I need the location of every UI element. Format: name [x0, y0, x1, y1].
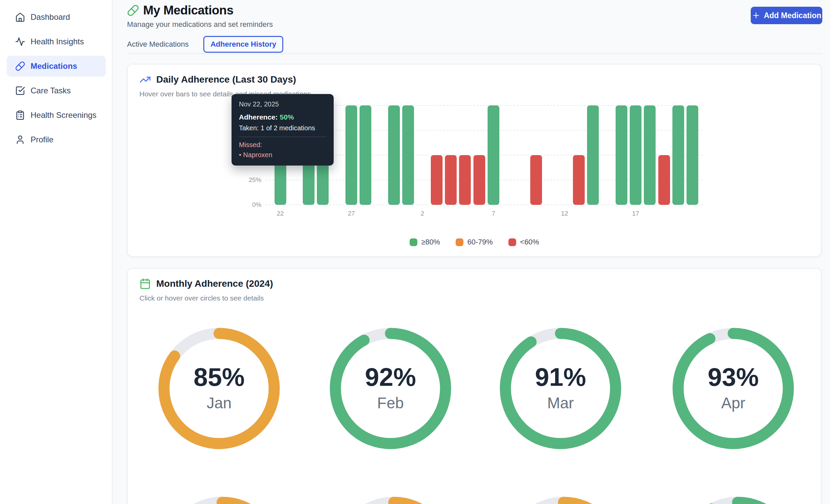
monthly-card-title: Monthly Adherence (2024)	[156, 278, 273, 289]
medications-page: { "sidebar": { "items": [ {"label": "Das…	[0, 0, 830, 504]
ring-percent: 93%	[708, 364, 759, 390]
x-axis-tick-27: 27	[338, 209, 365, 217]
ring-percent: 85%	[194, 364, 245, 390]
y-axis-tick: 25%	[232, 176, 261, 184]
ring-month: Jan	[207, 395, 231, 411]
adherence-bar-day-13[interactable]	[573, 155, 585, 205]
sidebar-item-health-insights[interactable]: Health Insights	[7, 31, 106, 52]
legend-item: ≥80%	[410, 238, 440, 246]
monthly-ring-partial-3[interactable]	[503, 497, 624, 504]
ring-svg	[161, 497, 283, 504]
adherence-bar-day-21[interactable]	[687, 105, 698, 205]
sidebar-item-label: Profile	[31, 135, 54, 144]
adherence-bar-day-27[interactable]	[346, 105, 357, 205]
main-content: My Medications Manage your medications a…	[113, 0, 830, 504]
sidebar-item-care-tasks[interactable]: Care Tasks	[7, 80, 106, 101]
chart-tooltip: Nov 22, 2025 Adherence:50% Taken: 1 of 2…	[231, 94, 334, 166]
sidebar-item-health-screenings[interactable]: Health Screenings	[7, 105, 106, 126]
ring-svg	[333, 497, 455, 504]
adherence-bar-day-6[interactable]	[474, 155, 485, 205]
adherence-bar-day-3[interactable]	[431, 155, 443, 205]
legend-item: <60%	[508, 238, 539, 246]
ring-month: Feb	[377, 395, 404, 411]
adherence-bar-day-18[interactable]	[644, 105, 656, 205]
sidebar-item-medications[interactable]: Medications	[7, 56, 106, 76]
sidebar-item-label: Dashboard	[31, 12, 70, 22]
monthly-card-subtitle: Click or hover over circles to see detai…	[139, 294, 264, 302]
adherence-bar-day-10[interactable]	[530, 155, 542, 205]
ring-month: Apr	[721, 395, 745, 411]
monthly-ring-jan[interactable]: 85%Jan	[158, 328, 280, 449]
user-icon	[15, 135, 25, 145]
monthly-adherence-card: Monthly Adherence (2024) Click or hover …	[127, 268, 822, 504]
adherence-bar-day-28[interactable]	[359, 105, 371, 205]
sidebar-item-profile[interactable]: Profile	[7, 129, 106, 150]
x-axis-tick-7: 7	[480, 209, 507, 217]
legend-swatch	[508, 238, 516, 246]
tooltip-missed-label: Missed:	[239, 141, 326, 149]
tab-active-medications[interactable]: Active Medications	[127, 40, 189, 49]
legend-item: 60-79%	[456, 238, 493, 246]
ring-percent: 91%	[535, 364, 586, 390]
ring-percent: 92%	[365, 364, 416, 390]
legend-label: 60-79%	[468, 238, 493, 246]
monthly-card-header: Monthly Adherence (2024)	[139, 278, 273, 290]
ring-svg	[503, 497, 624, 504]
activity-icon	[15, 37, 25, 47]
monthly-ring-partial-4[interactable]	[677, 497, 798, 504]
sidebar-item-label: Care Tasks	[31, 86, 71, 95]
daily-card-title: Daily Adherence (Last 30 Days)	[156, 74, 296, 85]
x-axis-tick-12: 12	[551, 209, 578, 217]
monthly-ring-apr[interactable]: 93%Apr	[672, 328, 794, 449]
monthly-ring-partial-1[interactable]	[161, 497, 283, 504]
calendar-icon	[139, 278, 151, 290]
sidebar-item-label: Health Screenings	[31, 110, 96, 120]
daily-card-header: Daily Adherence (Last 30 Days)	[139, 74, 296, 85]
adherence-bar-day-30[interactable]	[388, 105, 400, 205]
x-axis-tick-2: 2	[409, 209, 436, 217]
daily-adherence-card: Daily Adherence (Last 30 Days) Hover ove…	[127, 64, 822, 257]
page-title: My Medications	[143, 3, 233, 18]
add-medication-label: Add Medication	[764, 11, 821, 20]
sidebar-item-label: Medications	[31, 62, 77, 71]
add-medication-button[interactable]: Add Medication	[751, 7, 822, 24]
tab-adherence-history[interactable]: Adherence History	[203, 36, 283, 53]
x-axis-tick-22: 22	[267, 209, 294, 217]
tooltip-divider	[239, 137, 326, 137]
monthly-ring-mar[interactable]: 91%Mar	[500, 328, 621, 449]
home-icon	[15, 12, 25, 22]
ring-text: 85%Jan	[158, 328, 280, 449]
adherence-bar-day-14[interactable]	[587, 105, 599, 205]
monthly-ring-feb[interactable]: 92%Feb	[330, 328, 451, 449]
pill-icon	[15, 61, 25, 71]
adherence-bar-day-17[interactable]	[630, 105, 641, 205]
tooltip-adherence-value: 50%	[280, 113, 294, 121]
tooltip-date: Nov 22, 2025	[239, 100, 326, 108]
adherence-bar-day-20[interactable]	[672, 105, 684, 205]
tabs: Active Medications Adherence History	[127, 35, 283, 54]
tooltip-taken: Taken: 1 of 2 medications	[239, 124, 326, 132]
plus-icon	[752, 11, 761, 20]
adherence-bar-day-1[interactable]	[402, 105, 414, 205]
adherence-bar-day-4[interactable]	[445, 155, 457, 205]
clipboard-list-icon	[15, 110, 25, 120]
check-square-icon	[15, 86, 25, 96]
sidebar-item-dashboard[interactable]: Dashboard	[7, 7, 106, 28]
legend-label: <60%	[520, 238, 539, 246]
trending-up-icon	[139, 74, 151, 85]
adherence-bar-day-5[interactable]	[459, 155, 471, 205]
adherence-bar-day-7[interactable]	[487, 105, 499, 205]
tooltip-missed-item: • Naproxen	[239, 151, 326, 159]
monthly-ring-partial-2[interactable]	[333, 497, 455, 504]
ring-text: 91%Mar	[500, 328, 621, 449]
y-axis-tick: 0%	[232, 201, 261, 209]
x-axis-tick-17: 17	[622, 209, 649, 217]
sidebar: DashboardHealth InsightsMedicationsCare …	[0, 0, 113, 504]
sidebar-nav: DashboardHealth InsightsMedicationsCare …	[7, 7, 106, 150]
ring-text: 92%Feb	[330, 328, 451, 449]
ring-svg	[677, 497, 798, 504]
adherence-bar-day-16[interactable]	[616, 105, 627, 205]
page-subtitle: Manage your medications and set reminder…	[127, 20, 273, 29]
chart-legend: ≥80%60-79%<60%	[128, 238, 821, 246]
adherence-bar-day-19[interactable]	[658, 155, 670, 205]
